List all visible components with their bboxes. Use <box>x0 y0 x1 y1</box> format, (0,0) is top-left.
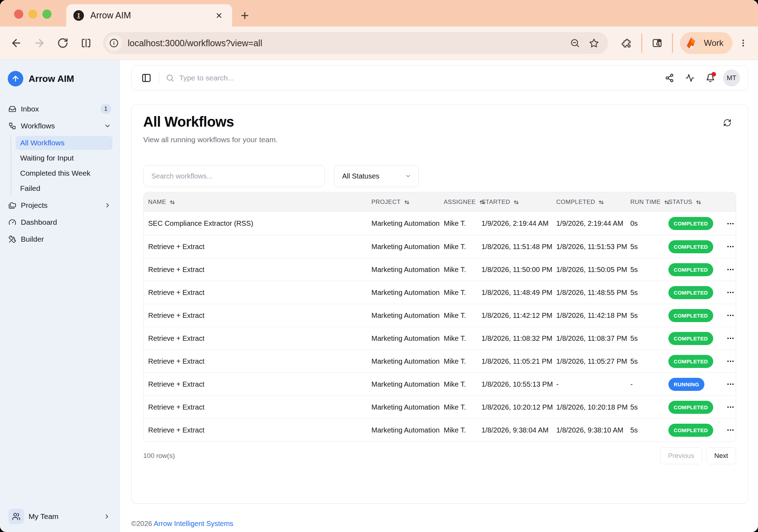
panel-toggle-icon[interactable] <box>139 70 154 86</box>
cell-run-time: - <box>630 380 668 388</box>
previous-page-button[interactable]: Previous <box>660 447 702 464</box>
sidebar-item-dashboard[interactable]: Dashboard <box>7 215 113 229</box>
table-row[interactable]: Retrieve + Extract Marketing Automation … <box>144 258 736 281</box>
workflow-search[interactable] <box>143 165 325 187</box>
cell-started: 1/8/2026, 10:55:13 PM <box>481 380 556 388</box>
sidebar-subitem-waiting-for-input[interactable]: Waiting for Input <box>16 151 113 165</box>
table-row[interactable]: Retrieve + Extract Marketing Automation … <box>144 350 736 373</box>
workflows-subnav: All WorkflowsWaiting for InputCompleted … <box>7 136 113 195</box>
sidebar-subitem-failed[interactable]: Failed <box>16 181 113 195</box>
sidebar-item-projects[interactable]: Projects <box>7 198 113 212</box>
sort-icon[interactable] <box>696 199 702 205</box>
cell-started: 1/8/2026, 11:08:32 PM <box>481 334 556 343</box>
workflow-icon <box>8 122 16 130</box>
row-actions-ellipsis-icon[interactable] <box>723 331 736 345</box>
sidebar-item-builder[interactable]: Builder <box>7 232 113 246</box>
zoom-window-button[interactable] <box>42 10 51 19</box>
share-icon[interactable] <box>662 70 677 86</box>
site-info-icon[interactable] <box>106 35 122 51</box>
sort-icon[interactable] <box>404 199 410 205</box>
row-actions-ellipsis-icon[interactable] <box>723 423 736 437</box>
sort-icon[interactable] <box>169 199 175 205</box>
column-header[interactable]: PROJECT <box>371 199 444 206</box>
browser-tab[interactable]: Arrow AIM <box>66 4 232 26</box>
cell-run-time: 5s <box>630 289 668 297</box>
sidebar-subitem-completed-this-week[interactable]: Completed this Week <box>16 166 113 180</box>
row-actions-ellipsis-icon[interactable] <box>723 240 736 254</box>
sort-icon[interactable] <box>513 199 519 205</box>
column-header[interactable]: RUN TIME <box>630 199 668 206</box>
row-actions-ellipsis-icon[interactable] <box>723 308 736 322</box>
status-filter-select[interactable]: All Statuses <box>334 165 419 187</box>
reload-icon[interactable] <box>55 35 71 51</box>
sidebar-item-my-team[interactable]: My Team <box>7 507 113 526</box>
company-link[interactable]: Arrow Intelligent Systems <box>154 520 234 527</box>
row-actions-ellipsis-icon[interactable] <box>723 217 736 231</box>
row-actions-ellipsis-icon[interactable] <box>723 285 736 300</box>
close-window-button[interactable] <box>14 10 23 19</box>
workflows-table: NAME PROJECT ASSIGNEE STARTED COMPLETED … <box>143 192 736 442</box>
column-header[interactable]: STATUS <box>668 199 721 206</box>
global-search[interactable] <box>166 74 662 82</box>
sidebar-subitem-all-workflows[interactable]: All Workflows <box>16 136 113 150</box>
column-header[interactable]: STARTED <box>481 199 556 206</box>
table-row[interactable]: Retrieve + Extract Marketing Automation … <box>144 418 736 441</box>
cell-completed: 1/8/2026, 9:38:10 AM <box>556 426 630 434</box>
table-row[interactable]: SEC Compliance Extractor (RSS) Marketing… <box>144 212 736 235</box>
row-actions-ellipsis-icon[interactable] <box>723 262 736 277</box>
table-row[interactable]: Retrieve + Extract Marketing Automation … <box>144 304 736 327</box>
gauge-icon <box>8 218 16 226</box>
cell-started: 1/9/2026, 2:19:44 AM <box>481 219 556 228</box>
zoom-out-icon[interactable] <box>568 36 582 50</box>
column-header[interactable]: NAME <box>144 199 371 206</box>
sidebar-item-workflows[interactable]: Workflows <box>7 119 113 133</box>
sidebar-footer-label: My Team <box>29 512 99 521</box>
extensions-icon[interactable] <box>619 35 634 51</box>
row-actions-ellipsis-icon[interactable] <box>723 400 736 414</box>
sidebar-item-inbox[interactable]: Inbox 1 <box>7 102 113 116</box>
notifications-bell-icon[interactable] <box>703 70 718 86</box>
browser-menu-icon[interactable] <box>736 35 750 51</box>
global-search-input[interactable] <box>179 74 662 82</box>
table-row[interactable]: Retrieve + Extract Marketing Automation … <box>144 281 736 304</box>
table-row[interactable]: Retrieve + Extract Marketing Automation … <box>144 327 736 350</box>
table-row[interactable]: Retrieve + Extract Marketing Automation … <box>144 235 736 258</box>
column-header[interactable]: ASSIGNEE <box>444 199 481 206</box>
cell-completed: 1/8/2026, 11:05:27 PM <box>556 357 630 365</box>
url-text[interactable]: localhost:3000/workflows?view=all <box>128 38 563 48</box>
chevron-down-icon <box>405 173 411 179</box>
cell-project: Marketing Automation <box>371 403 444 411</box>
next-page-button[interactable]: Next <box>706 447 736 464</box>
toolbar-divider <box>641 33 642 53</box>
sort-icon[interactable] <box>598 199 604 205</box>
activity-icon[interactable] <box>682 70 698 86</box>
address-bar[interactable]: localhost:3000/workflows?view=all <box>103 32 608 54</box>
split-view-icon[interactable] <box>78 35 94 51</box>
header-actions: MT <box>662 69 740 86</box>
cell-name: SEC Compliance Extractor (RSS) <box>144 219 371 228</box>
workflow-search-input[interactable] <box>151 172 317 180</box>
back-icon[interactable] <box>8 35 24 51</box>
chevron-right-icon <box>103 513 110 520</box>
cell-run-time: 5s <box>630 243 668 251</box>
column-header[interactable]: COMPLETED <box>556 199 630 206</box>
user-avatar[interactable]: MT <box>723 69 740 86</box>
screen: Arrow AIM <box>0 0 758 532</box>
main-content: MT All Workflows View all running workfl… <box>120 60 758 532</box>
forward-icon[interactable] <box>32 35 47 51</box>
brand[interactable]: Arrow AIM <box>7 71 113 86</box>
tab-close-icon[interactable] <box>213 10 225 22</box>
status-badge: COMPLETED <box>668 424 713 437</box>
side-panel-search-icon[interactable] <box>649 35 665 51</box>
pagination: 100 row(s) Previous Next <box>143 447 736 464</box>
row-actions-ellipsis-icon[interactable] <box>723 377 736 391</box>
refresh-icon[interactable] <box>720 115 735 131</box>
page-title: All Workflows <box>143 113 736 131</box>
table-row[interactable]: Retrieve + Extract Marketing Automation … <box>144 373 736 395</box>
new-tab-button[interactable] <box>237 8 253 23</box>
row-actions-ellipsis-icon[interactable] <box>723 354 736 368</box>
table-row[interactable]: Retrieve + Extract Marketing Automation … <box>144 395 736 418</box>
minimize-window-button[interactable] <box>28 10 37 19</box>
bookmark-star-icon[interactable] <box>587 36 601 50</box>
browser-profile-button[interactable]: Work <box>680 32 733 54</box>
